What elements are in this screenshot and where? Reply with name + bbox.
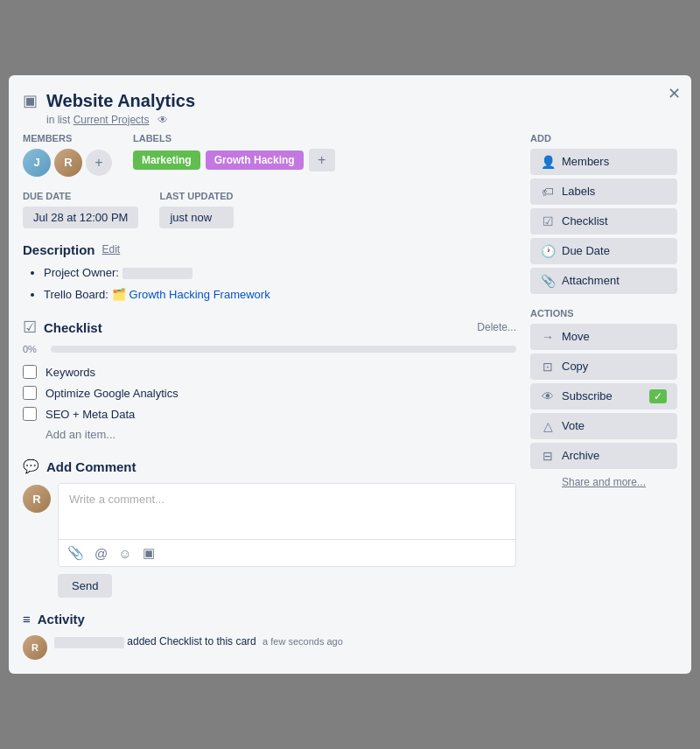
vote-label: Vote [562,419,584,432]
move-icon: → [541,330,555,344]
modal-title-area: Website Analytics in list Current Projec… [46,89,195,126]
checklist-section: ☑ Checklist Delete... 0% Keywords [23,318,516,444]
checklist-label-seo: SEO + Meta Data [46,408,135,421]
copy-label: Copy [562,360,588,373]
emoji-icon[interactable]: ☺ [118,546,131,561]
avatar-2[interactable]: R [54,149,82,177]
subscribe-button[interactable]: 👁 Subscribe ✓ [530,383,677,410]
eye-sidebar-icon: 👁 [541,389,555,403]
left-panel: Members J R + Labels Marketing Growth Ha… [23,133,516,661]
archive-button[interactable]: ⊟ Archive [530,443,677,469]
activity-section: ≡ Activity R added Checklist to this car… [23,612,516,660]
activity-icon: ≡ [23,612,31,626]
description-section: Description Edit Project Owner: Trello B… [23,242,516,304]
in-list-line: in list Current Projects 👁 [46,114,195,126]
activity-time: a few seconds ago [262,636,343,647]
close-button[interactable]: ✕ [668,86,681,102]
delete-checklist-button[interactable]: Delete... [477,321,516,333]
comment-input-row: R 📎 @ ☺ ▣ Send [23,483,516,598]
add-comment-header: 💬 Add Comment [23,458,516,474]
activity-action: added Checklist to this card [127,635,256,648]
checklist-item-analytics[interactable]: Optimize Google Analytics [23,382,516,403]
add-member-button[interactable]: + [86,150,112,176]
person-icon: 👤 [541,155,555,169]
avatar-1[interactable]: J [23,149,51,177]
activity-user [54,635,127,648]
description-header: Description Edit [23,242,516,257]
checklist-item-keywords[interactable]: Keywords [23,361,516,382]
meta-row: Members J R + Labels Marketing Growth Ha… [23,133,516,177]
due-date-value[interactable]: Jul 28 at 12:00 PM [23,206,138,228]
checklist-header: ☑ Checklist Delete... [23,318,516,337]
description-edit-link[interactable]: Edit [102,243,121,256]
add-due-date-button[interactable]: 🕐 Due Date [530,238,677,264]
checklist-items: Keywords Optimize Google Analytics SEO +… [23,361,516,424]
add-members-label: Members [562,155,609,168]
card-icon-toolbar[interactable]: ▣ [143,545,155,561]
label-marketing[interactable]: Marketing [133,150,200,170]
last-updated-label: Last Updated [159,191,233,201]
progress-row: 0% [23,344,516,354]
comment-toolbar: 📎 @ ☺ ▣ [59,539,515,566]
archive-label: Archive [562,449,599,462]
due-date-section: Due Date Jul 28 at 12:00 PM [23,191,138,228]
label-growth-hacking[interactable]: Growth Hacking [206,150,304,170]
members-list: J R + [23,149,112,177]
add-checklist-item[interactable]: Add an item... [23,424,516,444]
progress-bar-bg [51,346,516,353]
progress-percent: 0% [23,344,44,354]
move-button[interactable]: → Move [530,324,677,350]
add-checklist-button[interactable]: ☑ Checklist [530,208,677,234]
checklist-title-area: ☑ Checklist [23,318,102,337]
dates-row: Due Date Jul 28 at 12:00 PM Last Updated… [23,191,516,228]
checklist-checkbox-seo[interactable] [23,407,37,421]
send-comment-button[interactable]: Send [58,574,112,598]
list-link[interactable]: Current Projects [74,114,150,126]
desc-item-2: Trello Board: 🗂️Growth Hacking Framework [44,286,516,304]
checklist-sidebar-icon: ☑ [541,214,555,228]
description-content: Project Owner: Trello Board: 🗂️Growth Ha… [23,264,516,304]
attachment-icon[interactable]: 📎 [67,545,84,561]
description-label: Description [23,242,95,257]
mention-icon[interactable]: @ [94,546,108,561]
archive-icon: ⊟ [541,449,555,463]
add-label-button[interactable]: + [309,149,335,172]
add-comment-section: 💬 Add Comment R 📎 @ ☺ ▣ [23,458,516,598]
members-section: Members J R + [23,133,112,177]
commenter-avatar: R [23,485,51,513]
comment-textarea[interactable] [59,484,515,536]
checklist-title: Checklist [44,320,102,335]
last-updated-section: Last Updated just now [159,191,233,228]
add-members-button[interactable]: 👤 Members [530,149,677,175]
checklist-icon: ☑ [23,318,37,337]
add-labels-label: Labels [562,185,595,198]
share-link[interactable]: Share and more... [530,476,677,488]
move-label: Move [562,330,590,343]
activity-avatar: R [23,635,47,660]
last-updated-value: just now [159,206,233,228]
comment-input-area: 📎 @ ☺ ▣ Send [58,483,516,598]
comment-textarea-wrapper[interactable]: 📎 @ ☺ ▣ [58,483,516,567]
activity-text: added Checklist to this card a few secon… [54,635,343,648]
labels-label: Labels [133,133,335,144]
labels-section: Labels Marketing Growth Hacking + [133,133,335,172]
labels-list: Marketing Growth Hacking + [133,149,335,172]
card-title: Website Analytics [46,89,195,112]
card-icon: ▣ [23,91,38,110]
vote-button[interactable]: △ Vote [530,413,677,439]
copy-button[interactable]: ⊡ Copy [530,354,677,380]
subscribed-badge: ✓ [649,389,667,403]
main-content: Members J R + Labels Marketing Growth Ha… [23,133,677,661]
add-attachment-button[interactable]: 📎 Attachment [530,268,677,294]
checklist-checkbox-keywords[interactable] [23,365,37,379]
members-label: Members [23,133,112,144]
trello-board-link[interactable]: Growth Hacking Framework [130,288,270,301]
add-checklist-label: Checklist [562,214,608,228]
add-section-title: Add [530,133,677,144]
watch-icon[interactable]: 👁 [158,114,168,126]
clock-icon: 🕐 [541,244,555,258]
checklist-checkbox-analytics[interactable] [23,386,37,400]
checklist-item-seo[interactable]: SEO + Meta Data [23,403,516,424]
add-labels-button[interactable]: 🏷 Labels [530,178,677,205]
activity-header: ≡ Activity [23,612,516,626]
